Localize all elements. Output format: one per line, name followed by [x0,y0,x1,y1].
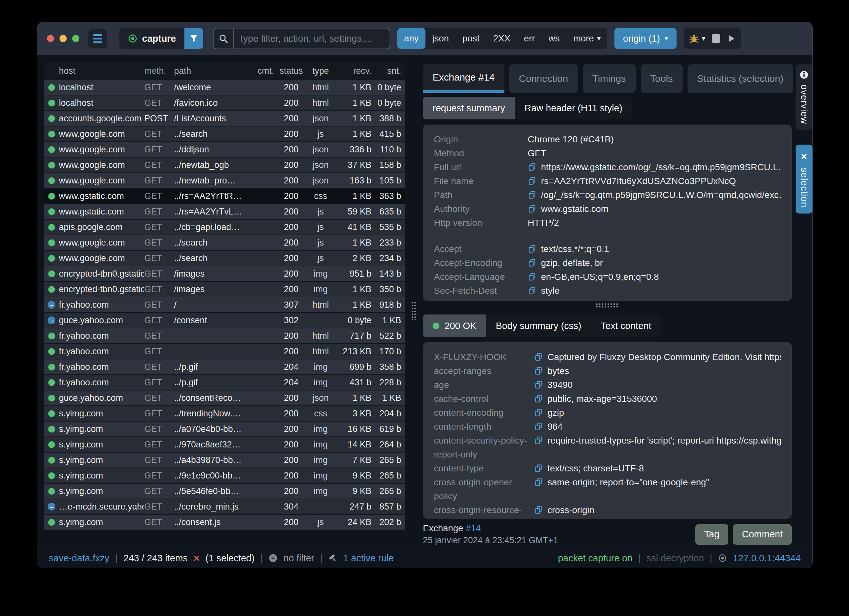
filter-chip-json[interactable]: json [426,28,456,49]
table-row[interactable]: →guce.yahoo.comGET/consent3020 byte1 KB [44,313,405,328]
minimize-window-button[interactable] [60,35,67,42]
tab-connection[interactable]: Connection [509,64,578,93]
tab-body-summary[interactable]: Body summary (css) [486,314,591,337]
comment-button[interactable]: Comment [733,524,792,545]
capture-filter-button[interactable] [185,28,203,49]
copy-icon[interactable] [528,174,536,188]
filter-chip-2XX[interactable]: 2XX [486,28,517,49]
table-row[interactable]: www.google.comGET../search200js1 KB233 b [44,235,405,251]
table-row[interactable]: encrypted-tbn0.gstatic.comGET/images200i… [44,282,405,297]
table-row[interactable]: →fr.yahoo.comGET/307html1 KB918 b [44,297,405,313]
filter-chip-ws[interactable]: ws [542,28,566,49]
table-row[interactable]: fr.yahoo.comGET200html717 b522 b [44,328,405,344]
table-row[interactable]: s.yimg.comGET../trendingNow.…200css3 KB2… [44,406,405,421]
menu-button[interactable] [88,29,107,48]
copy-icon[interactable] [534,503,543,517]
search-input[interactable]: type filter, action, url, settings,... [234,33,372,44]
tab-request-summary[interactable]: request summary [423,97,515,119]
table-row[interactable]: fr.yahoo.comGET../p.gif204img431 b228 b [44,375,405,390]
copy-icon[interactable] [528,202,536,216]
copy-icon[interactable] [534,475,543,489]
copy-icon[interactable] [534,406,543,420]
copy-icon[interactable] [528,270,536,284]
copy-icon[interactable] [534,364,543,378]
stop-capture-button[interactable] [712,34,720,43]
column-recv[interactable]: recv. [335,66,371,76]
tab-selection[interactable]: × selection [795,144,812,213]
save-file-link[interactable]: save-data.fxzy [49,553,109,564]
table-row[interactable]: s.yimg.comGET../970ac8aef32…200img14 KB2… [44,437,405,452]
filter-chip-any[interactable]: any [397,28,426,49]
panel-splitter-handle[interactable] [411,301,416,320]
table-row[interactable]: s.yimg.comGET../5e546fe0-bb…200img9 KB26… [44,484,405,499]
response-status-pill[interactable]: 200 OK [423,314,486,337]
debug-menu-button[interactable]: ▾ [689,33,705,44]
copy-icon[interactable] [528,256,536,270]
column-meth[interactable]: meth. [144,66,174,76]
column-status[interactable]: status [276,66,306,76]
copy-icon[interactable] [534,378,543,392]
ssl-decryption-status[interactable]: ssl decryption [646,553,704,564]
maximize-window-button[interactable] [72,35,79,42]
tab-exchange-14[interactable]: Exchange #14 [423,64,504,93]
copy-icon[interactable] [534,433,543,448]
cell-status: 302 [276,315,306,326]
column-snt[interactable]: snt. [371,66,405,76]
table-row[interactable]: s.yimg.comGET../9e1e9c00-bb…200img9 KB26… [44,468,405,484]
exchange-number-link[interactable]: #14 [466,523,481,533]
filter-chip-post[interactable]: post [456,28,486,49]
copy-icon[interactable] [528,188,536,202]
column-path[interactable]: path [174,66,258,76]
copy-icon[interactable] [534,420,543,433]
filter-status[interactable]: no filter [283,553,314,564]
table-row[interactable]: s.yimg.comGET../consent.js200js24 KB202 … [44,515,405,530]
header-row: content-typetext/css; charset=UTF-8 [434,461,781,475]
table-row[interactable]: localhostGET/welcome200html1 KB0 byte [44,80,405,95]
active-rule-link[interactable]: 1 active rule [343,553,394,564]
capture-button[interactable]: capture [119,28,185,49]
table-row[interactable]: apis.google.comGET../cb=gapi.load…200js4… [44,220,405,235]
search-box[interactable]: type filter, action, url, settings,... [213,28,390,49]
tab-overview[interactable]: overview [795,64,812,130]
table-row[interactable]: accounts.google.comPOST/ListAccounts200j… [44,111,405,126]
filter-chip-err[interactable]: err [517,28,542,49]
table-row[interactable]: localhostGET/favicon.ico200html1 KB0 byt… [44,95,405,111]
tab-text-content[interactable]: Text content [591,314,661,337]
table-row[interactable]: s.yimg.comGET../a070e4b0-bb…200img16 KB6… [44,421,405,437]
copy-icon[interactable] [528,160,536,174]
table-row[interactable]: fr.yahoo.comGET200html213 KB170 b [44,344,405,359]
table-row[interactable]: www.google.comGET../newtab_pro…200json16… [44,173,405,189]
tag-button[interactable]: Tag [695,524,728,545]
table-row[interactable]: s.yimg.comGET../a4b39870-bb…200img7 KB26… [44,452,405,468]
filter-chip-more[interactable]: more▾ [566,28,608,49]
table-row[interactable]: www.google.comGET../search200js2 KB234 b [44,251,405,266]
request-response-splitter-handle[interactable] [595,303,619,308]
tab-tools[interactable]: Tools [640,64,683,93]
resume-capture-button[interactable] [727,34,736,43]
tab-raw-header-h11-style-[interactable]: Raw header (H11 style) [515,97,632,119]
table-row[interactable]: www.google.comGET../search200js1 KB415 b [44,126,405,142]
packet-capture-status[interactable]: packet capture on [558,553,633,564]
listen-endpoint[interactable]: 127.0.0.1:44344 [733,553,801,564]
table-row[interactable]: fr.yahoo.comGET../p.gif204img699 b358 b [44,359,405,375]
table-row[interactable]: www.google.comGET../newtab_ogb200json37 … [44,158,405,173]
column-host[interactable]: host [59,66,144,76]
table-row[interactable]: www.gstatic.comGET../rs=AA2YrTvL…200js59… [44,204,405,220]
column-type[interactable]: type [306,66,335,76]
close-window-button[interactable] [47,35,54,42]
table-row[interactable]: www.gstatic.comGET../rs=AA2YrTtR…200css1… [44,189,405,204]
table-row[interactable]: encrypted-tbn0.gstatic.comGET/images200i… [44,266,405,282]
table-row[interactable]: www.google.comGET../ddljson200json336 b1… [44,142,405,158]
table-row[interactable]: guce.yahoo.comGET../consentReco…200json1… [44,390,405,406]
copy-icon[interactable] [534,350,543,364]
column-cmt[interactable]: cmt. [258,66,276,76]
clear-selection-icon[interactable]: × [194,553,200,564]
origin-filter-button[interactable]: origin (1) ▾ [614,28,676,49]
copy-icon[interactable] [528,242,536,256]
copy-icon[interactable] [528,284,536,298]
copy-icon[interactable] [534,392,543,406]
tab-statistics-selection-[interactable]: Statistics (selection) [688,64,793,93]
copy-icon[interactable] [534,461,543,475]
tab-timings[interactable]: Timings [583,64,636,93]
table-row[interactable]: →…e-mcdn.secure.yahoo.comGET../cerebro_m… [44,499,405,515]
